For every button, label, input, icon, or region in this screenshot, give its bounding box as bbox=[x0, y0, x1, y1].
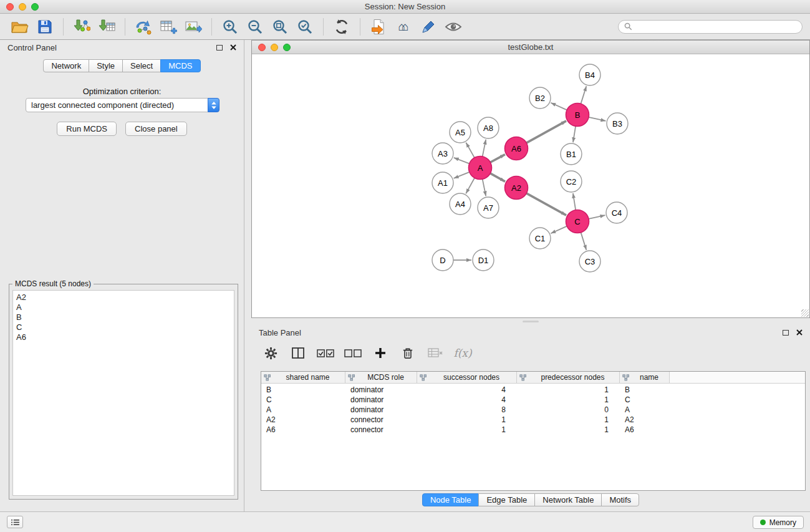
graph-edge[interactable] bbox=[573, 126, 576, 142]
graph-edge[interactable] bbox=[589, 215, 605, 219]
show-graphics-button[interactable] bbox=[442, 16, 465, 37]
delete-table-button[interactable] bbox=[426, 344, 445, 362]
table-cell[interactable]: connector bbox=[345, 415, 417, 424]
zoom-window-button[interactable] bbox=[31, 3, 39, 11]
close-window-button[interactable] bbox=[6, 3, 14, 11]
tab-select[interactable]: Select bbox=[122, 59, 161, 72]
column-header[interactable]: MCDS role bbox=[345, 372, 417, 383]
tab-network-table[interactable]: Network Table bbox=[534, 493, 602, 506]
float-panel-icon[interactable] bbox=[216, 45, 223, 51]
home-button[interactable]: ⌂⌂ bbox=[392, 16, 415, 37]
close-network-window-button[interactable] bbox=[258, 44, 266, 51]
network-window-titlebar[interactable]: testGlobe.txt bbox=[252, 41, 809, 54]
graph-edge[interactable] bbox=[466, 178, 475, 193]
import-network-button[interactable] bbox=[70, 16, 93, 37]
zoom-out-button[interactable] bbox=[244, 16, 266, 37]
table-cell[interactable]: 4 bbox=[417, 395, 517, 404]
graph-edge[interactable] bbox=[551, 103, 567, 110]
minimize-network-window-button[interactable] bbox=[271, 44, 278, 51]
graph-edge[interactable] bbox=[526, 121, 566, 143]
new-table-button[interactable] bbox=[157, 16, 180, 37]
function-builder-button[interactable]: f(x) bbox=[453, 344, 472, 362]
table-cell[interactable]: 1 bbox=[417, 425, 517, 434]
table-cell[interactable]: connector bbox=[345, 425, 417, 434]
zoom-fit-button[interactable] bbox=[269, 16, 291, 37]
result-item[interactable]: A bbox=[16, 302, 231, 312]
table-cell[interactable]: 1 bbox=[517, 425, 620, 434]
graph-edge[interactable] bbox=[581, 233, 587, 250]
table-cell[interactable]: dominator bbox=[345, 405, 417, 414]
tab-motifs[interactable]: Motifs bbox=[601, 493, 639, 506]
table-cell[interactable]: 1 bbox=[517, 395, 620, 404]
graph-edge[interactable] bbox=[589, 117, 605, 121]
table-row[interactable]: A2connector11A2 bbox=[261, 415, 805, 425]
network-canvas-area[interactable]: B4B2BB3B1A5A8A6A3AA1A2C2A4A7CC4C1C3DD1 bbox=[252, 54, 809, 317]
result-item[interactable]: C bbox=[16, 322, 231, 332]
column-header[interactable]: predecessor nodes bbox=[517, 372, 620, 383]
table-cell[interactable]: B bbox=[620, 385, 670, 394]
graph-edge[interactable] bbox=[466, 143, 475, 158]
memory-button[interactable]: Memory bbox=[753, 516, 804, 529]
table-cell[interactable]: C bbox=[620, 395, 670, 404]
zoom-in-button[interactable] bbox=[219, 16, 241, 37]
horizontal-splitter[interactable] bbox=[251, 318, 810, 325]
table-cell[interactable]: A bbox=[620, 405, 670, 414]
close-panel-icon[interactable] bbox=[230, 44, 236, 51]
table-cell[interactable]: C bbox=[261, 395, 345, 404]
table-cell[interactable]: B bbox=[261, 385, 345, 394]
apply-style-button[interactable] bbox=[417, 16, 440, 37]
table-cell[interactable]: A2 bbox=[261, 415, 345, 424]
window-resize-handle[interactable] bbox=[801, 309, 809, 317]
column-header[interactable]: successor nodes bbox=[417, 372, 517, 383]
table-row[interactable]: A6connector11A6 bbox=[261, 425, 805, 435]
table-cell[interactable]: 4 bbox=[417, 385, 517, 394]
table-cell[interactable]: 0 bbox=[517, 405, 620, 414]
import-table-button[interactable] bbox=[95, 16, 118, 37]
table-cell[interactable]: A bbox=[261, 405, 345, 414]
new-network-button[interactable] bbox=[132, 16, 155, 37]
close-table-panel-icon[interactable] bbox=[796, 329, 803, 336]
graph-edge[interactable] bbox=[551, 226, 567, 234]
table-row[interactable]: Adominator80A bbox=[261, 405, 805, 415]
table-cell[interactable]: A2 bbox=[620, 415, 670, 424]
deselect-all-button[interactable] bbox=[344, 344, 362, 362]
save-session-button[interactable] bbox=[34, 16, 56, 37]
add-column-button[interactable] bbox=[371, 344, 390, 362]
select-all-button[interactable] bbox=[316, 344, 335, 362]
tab-style[interactable]: Style bbox=[89, 59, 123, 72]
table-cell[interactable]: 1 bbox=[517, 385, 620, 394]
table-settings-button[interactable] bbox=[261, 344, 280, 362]
run-mcds-button[interactable]: Run MCDS bbox=[57, 122, 117, 136]
result-item[interactable]: B bbox=[16, 312, 231, 322]
task-history-button[interactable] bbox=[7, 516, 23, 528]
mcds-result-list[interactable]: A2ABCA6 bbox=[12, 290, 234, 496]
column-header[interactable]: name bbox=[620, 372, 670, 383]
close-panel-button[interactable]: Close panel bbox=[125, 122, 187, 136]
column-header[interactable]: shared name bbox=[261, 372, 345, 383]
graph-edge[interactable] bbox=[573, 193, 576, 210]
result-item[interactable]: A6 bbox=[16, 332, 231, 342]
table-cell[interactable]: A6 bbox=[261, 425, 345, 434]
zoom-network-window-button[interactable] bbox=[283, 44, 291, 51]
tab-edge-table[interactable]: Edge Table bbox=[478, 493, 535, 506]
table-cell[interactable]: 1 bbox=[417, 415, 517, 424]
open-session-button[interactable] bbox=[9, 16, 31, 37]
refresh-button[interactable] bbox=[330, 16, 353, 37]
graph-edge[interactable] bbox=[454, 158, 470, 164]
result-item[interactable]: A2 bbox=[16, 293, 231, 302]
first-neighbors-button[interactable] bbox=[367, 16, 390, 37]
window-titlebar[interactable]: Session: New Session bbox=[0, 0, 810, 14]
optimization-criterion-dropdown[interactable]: largest connected component (directed) bbox=[26, 98, 219, 112]
zoom-selected-button[interactable] bbox=[294, 16, 316, 37]
table-row[interactable]: Bdominator41B bbox=[261, 385, 805, 395]
search-box[interactable] bbox=[618, 20, 803, 34]
tab-node-table[interactable]: Node Table bbox=[422, 493, 480, 506]
graph-edge[interactable] bbox=[581, 86, 587, 104]
table-cell[interactable]: A6 bbox=[620, 425, 670, 434]
table-cell[interactable]: dominator bbox=[345, 395, 417, 404]
graph-edge[interactable] bbox=[483, 140, 486, 157]
show-columns-button[interactable] bbox=[289, 344, 307, 362]
tab-mcds[interactable]: MCDS bbox=[160, 59, 200, 72]
search-input[interactable] bbox=[635, 22, 796, 31]
network-canvas[interactable]: B4B2BB3B1A5A8A6A3AA1A2C2A4A7CC4C1C3DD1 bbox=[252, 54, 809, 317]
